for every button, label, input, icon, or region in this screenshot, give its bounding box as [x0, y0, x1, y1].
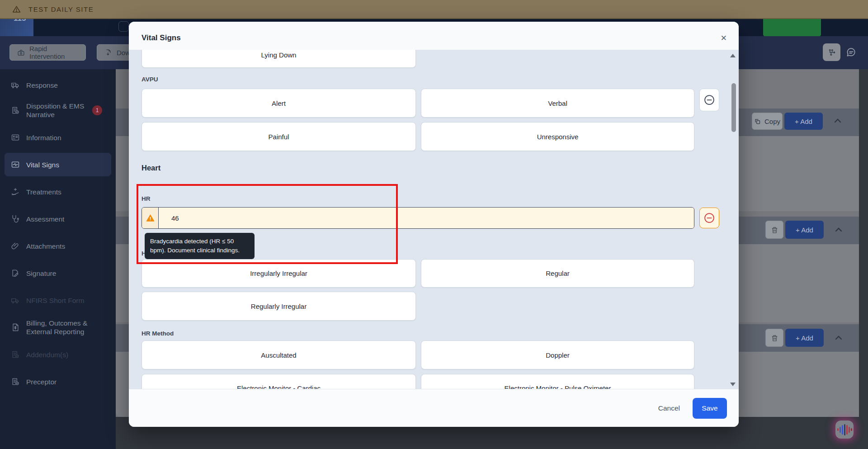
add-button-2[interactable]: + Add [785, 221, 824, 239]
voice-assistant-button[interactable] [835, 421, 854, 439]
timeline-view-button[interactable] [823, 43, 840, 61]
modal-footer: Cancel Save [129, 389, 739, 427]
waveform-icon [837, 424, 852, 435]
method-option-doppler[interactable]: Doppler [421, 340, 694, 369]
delete-button-2[interactable] [765, 221, 783, 239]
delete-button-3[interactable] [765, 329, 783, 347]
hr-clear-button[interactable] [699, 208, 719, 228]
sidebar-item-billing[interactable]: Billing, Outcomes & External Reporting [5, 316, 111, 339]
clipboard-check-icon [11, 106, 20, 115]
paperclip-icon [11, 241, 20, 250]
modal-title: Vital Signs [142, 33, 181, 43]
hr-input-group [142, 207, 694, 229]
method-option-em-pulse-oximeter[interactable]: Electronic Monitor - Pulse Oximeter [421, 374, 694, 389]
avpu-option-painful[interactable]: Painful [142, 122, 416, 151]
add-button-3[interactable]: + Add [785, 329, 824, 347]
tooltip-line-1: Bradycardia detected (HR ≤ 50 [150, 237, 249, 246]
avpu-option-unresponsive[interactable]: Unresponsive [421, 122, 694, 151]
sidebar-item-treatments[interactable]: Treatments [5, 180, 111, 203]
sidebar-item-label: Preceptor [26, 378, 57, 386]
hr-input[interactable] [159, 208, 694, 228]
environment-banner: TEST DAILY SITE [0, 0, 868, 19]
heart-section-heading: Heart [142, 164, 160, 172]
sidebar-item-label: Treatments [26, 188, 61, 196]
position-option-lying-down[interactable]: Lying Down [142, 50, 416, 68]
circle-minus-icon [703, 94, 716, 106]
clipboard-check-icon [11, 377, 20, 386]
chat-bubble-icon [845, 47, 857, 58]
add-button-1[interactable]: + Add [784, 113, 823, 130]
sidebar-item-label: NFIRS Short Form [26, 296, 84, 305]
ambulance-icon [11, 80, 20, 90]
sidebar-item-information[interactable]: Information [5, 126, 111, 149]
sidebar-item-signature[interactable]: Signature [5, 261, 111, 285]
save-button[interactable]: Save [693, 398, 727, 419]
copy-icon [754, 118, 761, 125]
rhythm-option-regularly-irregular[interactable]: Regularly Irregular [142, 292, 416, 321]
fire-truck-icon [11, 296, 20, 305]
rapid-intervention-label: Rapid Intervention [29, 45, 78, 60]
avpu-clear-button[interactable] [699, 89, 719, 111]
hr-label: HR [142, 195, 151, 202]
rapid-intervention-button[interactable]: Rapid Intervention [9, 44, 86, 61]
method-option-em-cardiac[interactable]: Electronic Monitor - Cardiac [142, 374, 416, 389]
header-icon-button[interactable] [118, 21, 129, 32]
banner-text: TEST DAILY SITE [28, 5, 94, 13]
add-label: + Add [796, 334, 813, 342]
sidebar-item-addendum: Addendum(s) [5, 343, 111, 366]
collapse-chevron-1[interactable] [832, 115, 843, 126]
sidebar-item-vital-signs[interactable]: Vital Signs [5, 153, 111, 176]
hr-method-label: HR Method [142, 330, 174, 337]
scrollbar-thumb[interactable] [731, 83, 736, 132]
stethoscope-icon [11, 214, 20, 223]
avpu-option-verbal[interactable]: Verbal [421, 89, 694, 118]
hand-plus-icon [11, 187, 20, 196]
sidebar-item-label: Assessment [26, 215, 64, 223]
medical-bag-icon [17, 49, 25, 57]
notification-badge: 1 [92, 105, 102, 115]
warning-triangle-icon [146, 214, 155, 222]
logo-text: 115 [14, 19, 26, 23]
timeline-icon [827, 48, 836, 57]
scrollbar-up-arrow[interactable] [730, 54, 736, 57]
rhythm-option-regular[interactable]: Regular [421, 259, 694, 288]
sidebar-item-assessment[interactable]: Assessment [5, 207, 111, 231]
sidebar-item-label: Billing, Outcomes & External Reporting [26, 319, 98, 336]
sidebar-item-label: Response [26, 81, 58, 90]
app-logo[interactable]: 115 [0, 19, 33, 36]
collapse-chevron-3[interactable] [833, 332, 844, 343]
sidebar-item-attachments[interactable]: Attachments [5, 234, 111, 258]
avpu-option-alert[interactable]: Alert [142, 89, 416, 118]
scrollbar-down-arrow[interactable] [730, 383, 736, 386]
add-label: + Add [796, 226, 813, 234]
chat-button[interactable] [845, 47, 857, 58]
avpu-label: AVPU [142, 76, 158, 83]
trash-icon [771, 226, 778, 234]
copy-button[interactable]: Copy [752, 113, 783, 130]
hr-warning-segment [142, 208, 159, 228]
add-label: + Add [795, 118, 812, 125]
billing-document-icon [11, 323, 20, 332]
sidebar-item-nfirs: NFIRS Short Form [5, 288, 111, 312]
circle-minus-icon [703, 212, 716, 224]
close-icon[interactable]: ✕ [721, 33, 727, 43]
modal-header: Vital Signs ✕ [129, 22, 739, 50]
warning-triangle-icon [12, 5, 21, 14]
signature-pen-icon [11, 269, 20, 278]
download-icon [104, 49, 112, 57]
rhythm-option-irregularly-irregular[interactable]: Irregularly Irregular [142, 259, 416, 288]
sidebar-item-label: Signature [26, 269, 56, 278]
header-green-button[interactable] [763, 19, 821, 36]
sidebar-item-response[interactable]: Response [5, 73, 111, 97]
trash-icon [771, 334, 778, 342]
method-option-auscultated[interactable]: Auscultated [142, 340, 416, 369]
page-right-edge [859, 69, 868, 449]
bradycardia-tooltip: Bradycardia detected (HR ≤ 50 bpm). Docu… [145, 233, 255, 259]
sidebar-item-label: Addendum(s) [26, 350, 68, 359]
sidebar-item-label: Attachments [26, 242, 65, 250]
sidebar-item-preceptor[interactable]: Preceptor [5, 370, 111, 393]
cancel-button[interactable]: Cancel [658, 404, 680, 412]
collapse-chevron-2[interactable] [833, 224, 844, 235]
sidebar-item-disposition[interactable]: Disposition & EMS Narrative 1 [5, 99, 111, 122]
id-card-icon [11, 133, 20, 142]
